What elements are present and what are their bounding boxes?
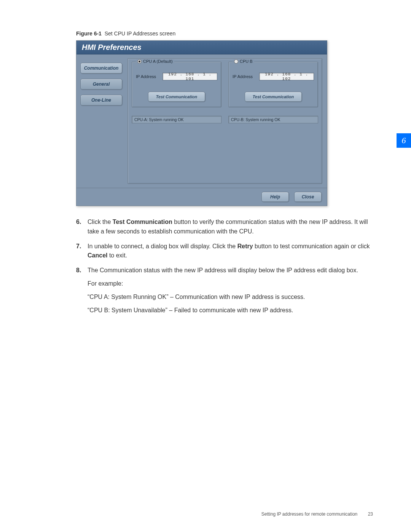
- step-7-text-e: to exit.: [107, 252, 127, 259]
- step-6-bold: Test Communication: [113, 219, 172, 225]
- cpu-b-ip-label: IP Address: [233, 74, 255, 79]
- step-7-text-a: In unable to connect, a dialog box will …: [88, 243, 237, 249]
- cpu-a-status: CPU-A: System running OK: [132, 116, 221, 123]
- step-6-num: 6.: [76, 217, 88, 236]
- sidebar: Communication General One-Line: [76, 54, 126, 188]
- cpu-a-ip-input[interactable]: 192 . 168 . 1 . 101: [162, 73, 217, 80]
- figure-label: Figure 6-1: [76, 30, 102, 37]
- help-button[interactable]: Help: [261, 192, 289, 202]
- close-button[interactable]: Close: [294, 192, 322, 202]
- step-7-num: 7.: [76, 242, 88, 261]
- cpu-b-legend[interactable]: CPU B: [233, 59, 254, 64]
- step-6: 6. Click the Test Communication button t…: [76, 217, 373, 236]
- cpu-b-group: CPU B IP Address 192 . 168 . 1 . 102 Tes…: [228, 62, 318, 107]
- cpu-b-radio[interactable]: [234, 59, 238, 64]
- cpu-a-ip-label: IP Address: [136, 74, 159, 79]
- cpu-a-radio[interactable]: [137, 59, 142, 64]
- cpu-b-legend-text: CPU B: [240, 59, 253, 64]
- chapter-tab: 6: [397, 133, 411, 148]
- step-8: 8. The Communication status with the new…: [76, 266, 373, 315]
- cpu-a-legend[interactable]: CPU A (Default): [136, 59, 174, 64]
- instruction-list: 6. Click the Test Communication button t…: [76, 217, 373, 315]
- step-8-example-label: For example:: [88, 279, 373, 289]
- footer-page-number: 23: [368, 511, 373, 517]
- step-7-text-c: button to test communication again or cl…: [253, 243, 370, 249]
- tab-general[interactable]: General: [80, 79, 122, 89]
- cpu-b-ip-input[interactable]: 192 . 168 . 1 . 102: [259, 73, 314, 80]
- step-7-bold-retry: Retry: [237, 243, 253, 249]
- tab-communication[interactable]: Communication: [80, 63, 122, 73]
- step-8-text-a: The Communication status with the new IP…: [88, 267, 358, 273]
- step-8-num: 8.: [76, 266, 88, 315]
- hmi-preferences-window: HMI Preferences Communication General On…: [76, 40, 327, 206]
- dialog-footer: Help Close: [76, 188, 327, 206]
- tab-one-line[interactable]: One-Line: [80, 95, 122, 105]
- step-6-text-a: Click the: [88, 219, 113, 225]
- step-8-example-ok: “CPU A: System Running OK” – Communicati…: [88, 292, 373, 302]
- step-7-bold-cancel: Cancel: [88, 252, 107, 259]
- cpu-b-test-button[interactable]: Test Communication: [245, 92, 302, 102]
- window-titlebar: HMI Preferences: [76, 41, 327, 54]
- figure-caption: Figure 6-1 Set CPU IP Addresses screen: [76, 30, 373, 37]
- step-8-example-unavail: “CPU B: System Unavailable” – Failed to …: [88, 306, 373, 315]
- footer-section: Setting IP addresses for remote communic…: [261, 511, 358, 517]
- step-7: 7. In unable to connect, a dialog box wi…: [76, 242, 373, 261]
- content-area: CPU A (Default) IP Address 192 . 168 . 1…: [126, 54, 327, 188]
- page-footer: Setting IP addresses for remote communic…: [261, 511, 373, 517]
- figure-title: Set CPU IP Addresses screen: [105, 30, 176, 37]
- cpu-a-group: CPU A (Default) IP Address 192 . 168 . 1…: [132, 62, 221, 107]
- cpu-a-test-button[interactable]: Test Communication: [148, 92, 205, 102]
- cpu-b-status: CPU-B: System running OK: [228, 116, 318, 123]
- cpu-a-legend-text: CPU A (Default): [143, 59, 173, 64]
